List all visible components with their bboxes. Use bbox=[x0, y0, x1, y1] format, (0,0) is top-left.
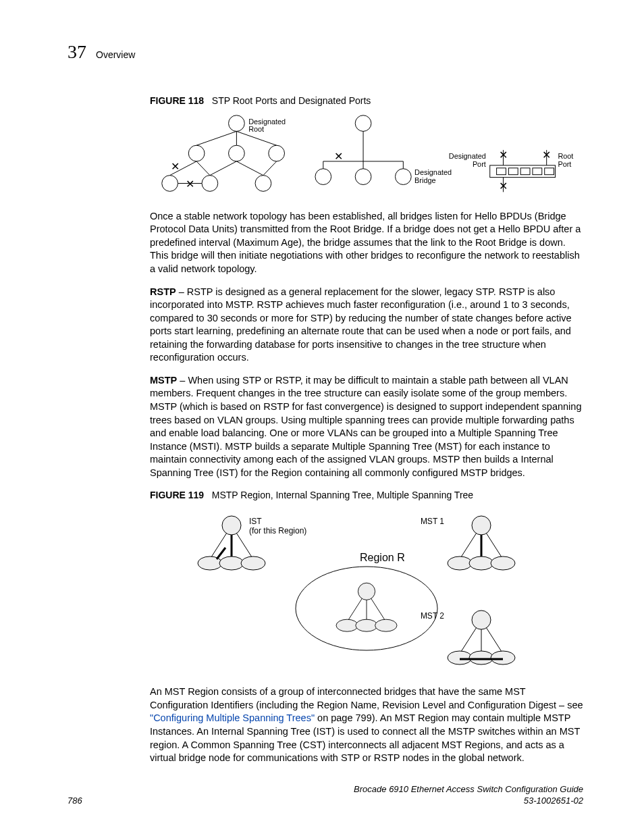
svg-point-24 bbox=[355, 168, 371, 184]
svg-line-13 bbox=[236, 161, 263, 176]
link-config-multiple-spanning-trees[interactable]: "Configuring Multiple Spanning Trees" bbox=[150, 712, 315, 723]
svg-rect-36 bbox=[533, 167, 542, 174]
svg-line-12 bbox=[210, 161, 237, 176]
svg-point-20 bbox=[355, 115, 371, 131]
svg-rect-33 bbox=[497, 167, 506, 174]
svg-text:✕: ✕ bbox=[499, 149, 508, 161]
svg-text:Port: Port bbox=[558, 160, 571, 168]
svg-rect-34 bbox=[508, 167, 518, 174]
svg-text:✕: ✕ bbox=[334, 151, 343, 162]
svg-text:✕: ✕ bbox=[499, 180, 508, 192]
svg-point-23 bbox=[315, 168, 331, 184]
figure-118-diagram: ✕ ✕ Designated Root bbox=[150, 113, 583, 201]
svg-point-5 bbox=[202, 175, 218, 191]
svg-point-2 bbox=[229, 145, 245, 161]
svg-point-6 bbox=[255, 175, 271, 191]
svg-line-11 bbox=[196, 161, 210, 176]
svg-point-1 bbox=[188, 145, 205, 161]
svg-text:Designated: Designated bbox=[248, 117, 286, 125]
svg-text:Bridge: Bridge bbox=[414, 176, 435, 184]
figure-119-caption: FIGURE 119 MSTP Region, Internal Spannin… bbox=[150, 489, 583, 502]
svg-text:Designated: Designated bbox=[449, 152, 486, 160]
paragraph-mstp: MSTP – When using STP or RSTP, it may be… bbox=[150, 374, 583, 480]
footer-doc: Brocade 6910 Ethernet Access Switch Conf… bbox=[354, 783, 583, 807]
svg-rect-37 bbox=[545, 167, 554, 174]
svg-text:Designated: Designated bbox=[414, 167, 452, 176]
svg-line-7 bbox=[196, 131, 236, 145]
svg-text:Root: Root bbox=[248, 125, 264, 133]
svg-point-0 bbox=[229, 115, 245, 131]
svg-text:✕: ✕ bbox=[542, 149, 551, 161]
page-footer: 786 Brocade 6910 Ethernet Access Switch … bbox=[68, 783, 583, 807]
svg-text:Region R: Region R bbox=[360, 552, 405, 563]
svg-point-4 bbox=[162, 175, 178, 191]
svg-line-14 bbox=[263, 161, 277, 176]
svg-text:MST 2: MST 2 bbox=[421, 611, 444, 621]
svg-text:(for this Region): (for this Region) bbox=[249, 526, 306, 536]
svg-line-9 bbox=[236, 131, 276, 145]
svg-rect-32 bbox=[490, 165, 556, 178]
svg-point-25 bbox=[395, 168, 411, 184]
svg-text:Port: Port bbox=[473, 160, 486, 168]
svg-text:IST: IST bbox=[249, 517, 262, 526]
figure-118-caption: FIGURE 118 STP Root Ports and Designated… bbox=[150, 95, 583, 107]
svg-point-3 bbox=[269, 145, 285, 161]
paragraph-stable-topology: Once a stable network topology has been … bbox=[150, 210, 583, 276]
paragraph-mst-region: An MST Region consists of a group of int… bbox=[150, 685, 583, 764]
page-header: 37 Overview bbox=[68, 39, 583, 65]
svg-rect-35 bbox=[520, 167, 530, 174]
paragraph-rstp: RSTP – RSTP is designed as a general rep… bbox=[150, 286, 583, 365]
page-number: 786 bbox=[68, 795, 82, 807]
svg-line-57 bbox=[217, 548, 225, 559]
svg-text:MST 1: MST 1 bbox=[421, 517, 444, 526]
chapter-number: 37 bbox=[68, 39, 86, 65]
svg-text:✕: ✕ bbox=[171, 160, 180, 172]
section-title: Overview bbox=[96, 49, 135, 61]
figure-119-diagram: IST (for this Region) Region R MST 1 bbox=[150, 507, 583, 676]
svg-text:✕: ✕ bbox=[186, 178, 194, 190]
svg-text:Root: Root bbox=[558, 152, 573, 160]
